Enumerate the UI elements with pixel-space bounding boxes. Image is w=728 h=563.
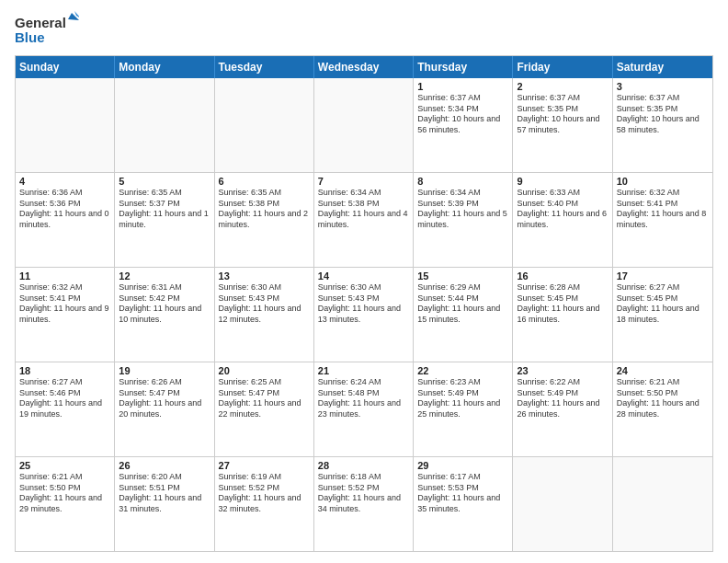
day-info: Sunrise: 6:37 AM Sunset: 5:34 PM Dayligh… [417,93,508,136]
day-info: Sunrise: 6:21 AM Sunset: 5:50 PM Dayligh… [617,377,709,420]
day-number: 11 [19,270,110,282]
day-info: Sunrise: 6:18 AM Sunset: 5:52 PM Dayligh… [318,472,409,515]
day-cell-20: 20Sunrise: 6:25 AM Sunset: 5:47 PM Dayli… [215,362,314,456]
day-number: 2 [517,81,608,92]
day-number: 18 [19,365,110,376]
day-cell-26: 26Sunrise: 6:20 AM Sunset: 5:51 PM Dayli… [115,457,214,551]
day-number: 5 [119,176,210,187]
day-number: 3 [617,81,709,92]
day-number: 9 [517,176,608,187]
day-info: Sunrise: 6:20 AM Sunset: 5:51 PM Dayligh… [119,472,210,515]
day-info: Sunrise: 6:32 AM Sunset: 5:41 PM Dayligh… [617,188,709,231]
day-number: 10 [617,176,709,187]
week-1: 1Sunrise: 6:37 AM Sunset: 5:34 PM Daylig… [16,78,712,173]
week-4: 18Sunrise: 6:27 AM Sunset: 5:46 PM Dayli… [16,362,712,457]
week-3: 11Sunrise: 6:32 AM Sunset: 5:41 PM Dayli… [16,268,712,362]
day-info: Sunrise: 6:35 AM Sunset: 5:37 PM Dayligh… [119,188,210,231]
week-5: 25Sunrise: 6:21 AM Sunset: 5:50 PM Dayli… [16,457,712,551]
day-cell-19: 19Sunrise: 6:26 AM Sunset: 5:47 PM Dayli… [115,362,214,456]
day-info: Sunrise: 6:17 AM Sunset: 5:53 PM Dayligh… [417,472,508,515]
day-info: Sunrise: 6:31 AM Sunset: 5:42 PM Dayligh… [119,282,210,326]
day-info: Sunrise: 6:33 AM Sunset: 5:40 PM Dayligh… [517,188,608,231]
svg-marker-2 [68,13,79,20]
calendar: SundayMondayTuesdayWednesdayThursdayFrid… [15,55,713,552]
empty-cell [314,78,414,172]
header-day-friday: Friday [513,56,612,78]
day-number: 29 [417,460,508,471]
logo: General Blue [15,11,79,48]
day-cell-29: 29Sunrise: 6:17 AM Sunset: 5:53 PM Dayli… [414,457,513,551]
logo-svg: General Blue [15,11,79,48]
day-cell-15: 15Sunrise: 6:29 AM Sunset: 5:44 PM Dayli… [414,268,513,362]
svg-text:Blue: Blue [15,29,45,45]
day-info: Sunrise: 6:23 AM Sunset: 5:49 PM Dayligh… [417,377,508,420]
day-number: 21 [318,365,409,376]
day-cell-8: 8Sunrise: 6:34 AM Sunset: 5:39 PM Daylig… [414,173,513,267]
day-cell-7: 7Sunrise: 6:34 AM Sunset: 5:38 PM Daylig… [314,173,414,267]
day-number: 8 [417,176,508,187]
day-cell-2: 2Sunrise: 6:37 AM Sunset: 5:35 PM Daylig… [513,78,612,172]
day-cell-28: 28Sunrise: 6:18 AM Sunset: 5:52 PM Dayli… [314,457,414,551]
page-header: General Blue [15,11,713,48]
day-cell-11: 11Sunrise: 6:32 AM Sunset: 5:41 PM Dayli… [16,268,115,362]
header-day-wednesday: Wednesday [314,56,414,78]
day-number: 13 [219,270,310,282]
day-cell-22: 22Sunrise: 6:23 AM Sunset: 5:49 PM Dayli… [414,362,513,456]
day-cell-17: 17Sunrise: 6:27 AM Sunset: 5:45 PM Dayli… [613,268,712,362]
day-info: Sunrise: 6:30 AM Sunset: 5:43 PM Dayligh… [219,282,310,326]
day-number: 7 [318,176,409,187]
day-info: Sunrise: 6:22 AM Sunset: 5:49 PM Dayligh… [517,377,608,420]
day-info: Sunrise: 6:24 AM Sunset: 5:48 PM Dayligh… [318,377,409,420]
calendar-header-row: SundayMondayTuesdayWednesdayThursdayFrid… [16,56,712,78]
day-number: 19 [119,365,210,376]
day-cell-14: 14Sunrise: 6:30 AM Sunset: 5:43 PM Dayli… [314,268,414,362]
day-cell-25: 25Sunrise: 6:21 AM Sunset: 5:50 PM Dayli… [16,457,115,551]
day-number: 25 [19,460,110,471]
day-info: Sunrise: 6:27 AM Sunset: 5:46 PM Dayligh… [19,377,110,420]
day-info: Sunrise: 6:19 AM Sunset: 5:52 PM Dayligh… [219,472,310,515]
day-cell-16: 16Sunrise: 6:28 AM Sunset: 5:45 PM Dayli… [513,268,612,362]
day-info: Sunrise: 6:27 AM Sunset: 5:45 PM Dayligh… [617,282,709,326]
day-cell-24: 24Sunrise: 6:21 AM Sunset: 5:50 PM Dayli… [613,362,712,456]
day-number: 16 [517,270,608,282]
week-2: 4Sunrise: 6:36 AM Sunset: 5:36 PM Daylig… [16,173,712,268]
day-cell-9: 9Sunrise: 6:33 AM Sunset: 5:40 PM Daylig… [513,173,612,267]
day-number: 27 [219,460,310,471]
day-cell-27: 27Sunrise: 6:19 AM Sunset: 5:52 PM Dayli… [215,457,314,551]
day-cell-4: 4Sunrise: 6:36 AM Sunset: 5:36 PM Daylig… [16,173,115,267]
day-number: 15 [417,270,508,282]
day-number: 28 [318,460,409,471]
day-info: Sunrise: 6:37 AM Sunset: 5:35 PM Dayligh… [517,93,608,136]
day-number: 26 [119,460,210,471]
day-number: 6 [219,176,310,187]
empty-cell [115,78,214,172]
day-info: Sunrise: 6:34 AM Sunset: 5:39 PM Dayligh… [417,188,508,231]
day-cell-13: 13Sunrise: 6:30 AM Sunset: 5:43 PM Dayli… [215,268,314,362]
day-cell-3: 3Sunrise: 6:37 AM Sunset: 5:35 PM Daylig… [613,78,712,172]
calendar-body: 1Sunrise: 6:37 AM Sunset: 5:34 PM Daylig… [16,78,712,551]
svg-text:General: General [15,15,66,30]
day-number: 4 [19,176,110,187]
header-day-tuesday: Tuesday [215,56,314,78]
day-info: Sunrise: 6:36 AM Sunset: 5:36 PM Dayligh… [19,188,110,231]
day-number: 24 [617,365,709,376]
day-cell-5: 5Sunrise: 6:35 AM Sunset: 5:37 PM Daylig… [115,173,214,267]
day-cell-21: 21Sunrise: 6:24 AM Sunset: 5:48 PM Dayli… [314,362,414,456]
day-info: Sunrise: 6:35 AM Sunset: 5:38 PM Dayligh… [219,188,310,231]
day-number: 22 [417,365,508,376]
day-cell-23: 23Sunrise: 6:22 AM Sunset: 5:49 PM Dayli… [513,362,612,456]
day-info: Sunrise: 6:26 AM Sunset: 5:47 PM Dayligh… [119,377,210,420]
day-info: Sunrise: 6:32 AM Sunset: 5:41 PM Dayligh… [19,282,110,326]
day-cell-10: 10Sunrise: 6:32 AM Sunset: 5:41 PM Dayli… [613,173,712,267]
day-cell-12: 12Sunrise: 6:31 AM Sunset: 5:42 PM Dayli… [115,268,214,362]
day-info: Sunrise: 6:28 AM Sunset: 5:45 PM Dayligh… [517,282,608,326]
day-info: Sunrise: 6:34 AM Sunset: 5:38 PM Dayligh… [318,188,409,231]
day-number: 23 [517,365,608,376]
day-cell-1: 1Sunrise: 6:37 AM Sunset: 5:34 PM Daylig… [414,78,513,172]
day-number: 12 [119,270,210,282]
empty-cell [16,78,115,172]
header-day-thursday: Thursday [414,56,513,78]
day-number: 1 [417,81,508,92]
header-day-saturday: Saturday [613,56,712,78]
day-cell-18: 18Sunrise: 6:27 AM Sunset: 5:46 PM Dayli… [16,362,115,456]
